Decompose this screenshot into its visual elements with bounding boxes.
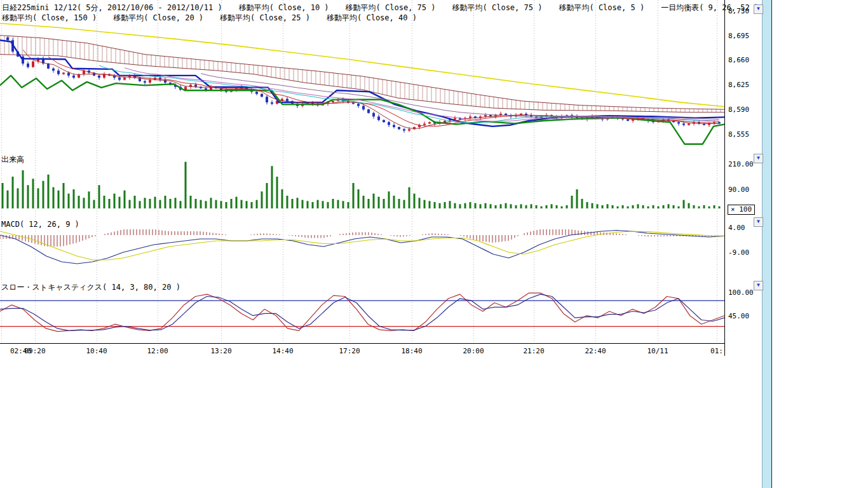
volume-pane-dropdown-button[interactable]: ▼ bbox=[754, 154, 763, 163]
svg-text:09:20: 09:20 bbox=[24, 347, 45, 355]
price-pane-dropdown-button[interactable]: ▼ bbox=[754, 4, 763, 14]
indicator-label-ma10: 移動平均( Close, 10 ) bbox=[239, 3, 329, 13]
svg-text:22:40: 22:40 bbox=[585, 347, 606, 355]
chart-header: 日経225mini 12/12( 5分, 2012/10/06 - 2012/1… bbox=[2, 3, 759, 23]
volume-pane-label: 出来高 bbox=[1, 154, 24, 165]
svg-text:210.00: 210.00 bbox=[728, 160, 754, 168]
vertical-scrollbar[interactable] bbox=[762, 0, 772, 488]
svg-text:18:40: 18:40 bbox=[401, 347, 422, 355]
indicator-label-ma5: 移動平均( Close, 5 ) bbox=[559, 3, 644, 13]
svg-text:90.00: 90.00 bbox=[728, 186, 749, 194]
svg-text:10/11: 10/11 bbox=[647, 347, 668, 355]
indicator-label-ma40: 移動平均( Close, 40 ) bbox=[327, 13, 417, 23]
svg-text:8,625: 8,625 bbox=[728, 81, 749, 89]
svg-text:21:20: 21:20 bbox=[523, 347, 544, 355]
triangle-down-icon: ▼ bbox=[757, 282, 760, 288]
macd-pane-dropdown-button[interactable]: ▼ bbox=[754, 217, 763, 227]
svg-text:20:00: 20:00 bbox=[463, 347, 484, 355]
stoch-pane-label: スロー・ストキャスティクス( 14, 3, 80, 20 ) bbox=[1, 282, 180, 293]
svg-text:14:40: 14:40 bbox=[272, 347, 293, 355]
instrument-title: 日経225mini 12/12( 5分, 2012/10/06 - 2012/1… bbox=[2, 3, 222, 13]
chart-canvas[interactable]: 8,7308,6958,6608,6258,5908,555210.0090.0… bbox=[0, 0, 788, 357]
macd-pane-label: MACD( 12, 26, 9 ) bbox=[1, 220, 79, 229]
svg-text:8,695: 8,695 bbox=[728, 32, 749, 40]
indicator-label-ma75b: 移動平均( Close, 75 ) bbox=[452, 3, 543, 13]
svg-text:8,590: 8,590 bbox=[728, 105, 749, 114]
triangle-down-icon: ▼ bbox=[757, 219, 760, 224]
indicator-label-ma20: 移動平均( Close, 20 ) bbox=[113, 13, 203, 23]
triangle-down-icon: ▼ bbox=[757, 155, 760, 161]
svg-text:8,660: 8,660 bbox=[728, 56, 749, 64]
indicator-label-ma25: 移動平均( Close, 25 ) bbox=[220, 13, 310, 23]
svg-text:01:: 01: bbox=[710, 347, 723, 355]
volume-multiplier-badge: × 100 bbox=[728, 205, 755, 215]
svg-text:8,555: 8,555 bbox=[728, 130, 749, 139]
svg-text:12:00: 12:00 bbox=[147, 347, 168, 355]
svg-text:100.00: 100.00 bbox=[728, 288, 754, 297]
indicator-row-1: 日経225mini 12/12( 5分, 2012/10/06 - 2012/1… bbox=[2, 3, 759, 13]
svg-text:10:40: 10:40 bbox=[86, 347, 107, 355]
svg-text:45.00: 45.00 bbox=[728, 312, 749, 320]
svg-text:-9.00: -9.00 bbox=[728, 248, 749, 257]
indicator-label-ichimoku: 一目均衡表( 9, 26, 52 ) bbox=[661, 3, 759, 13]
indicator-label-ma75a: 移動平均( Close, 75 ) bbox=[346, 3, 436, 13]
svg-text:13:20: 13:20 bbox=[210, 347, 231, 355]
stoch-pane-dropdown-button[interactable]: ▼ bbox=[754, 281, 763, 290]
indicator-label-ma150: 移動平均( Close, 150 ) bbox=[2, 13, 97, 23]
chart-application-window: 8,7308,6958,6608,6258,5908,555210.0090.0… bbox=[0, 0, 868, 488]
svg-text:4.00: 4.00 bbox=[728, 224, 745, 232]
indicator-row-2: 移動平均( Close, 150 ) 移動平均( Close, 20 ) 移動平… bbox=[2, 13, 759, 23]
triangle-down-icon: ▼ bbox=[757, 6, 760, 11]
svg-text:17:20: 17:20 bbox=[339, 347, 360, 355]
